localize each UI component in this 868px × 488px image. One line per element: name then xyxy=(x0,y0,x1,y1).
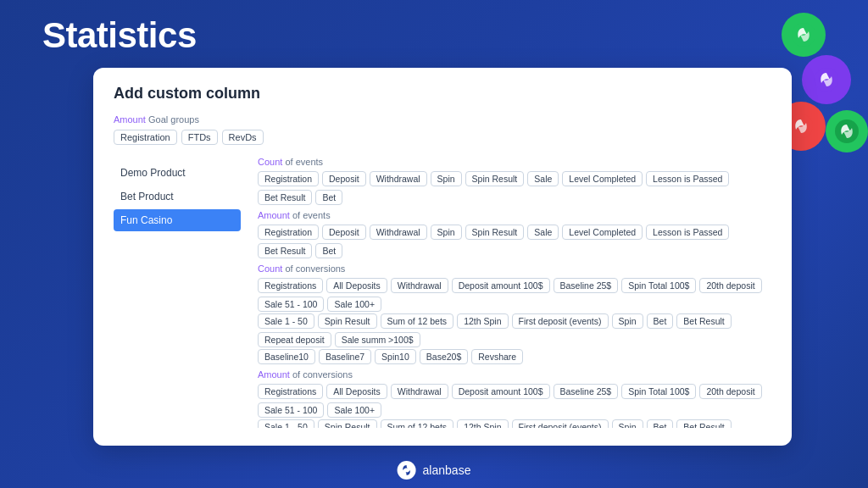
opt-sum12-4[interactable]: Sum of 12 bets xyxy=(381,419,454,428)
opt-spin-2[interactable]: Spin xyxy=(431,225,462,240)
svg-point-0 xyxy=(792,23,815,47)
amount-conversions-options-2: Sale 1 - 50 Spin Result Sum of 12 bets 1… xyxy=(258,419,771,428)
section-label-amount-events: Amount of events xyxy=(258,210,771,220)
opt-spin-4[interactable]: Spin xyxy=(612,419,643,428)
opt-bet-4[interactable]: Bet xyxy=(647,419,674,428)
section-label-amount-conversions: Amount of conversions xyxy=(258,369,771,380)
opt-sale100-4[interactable]: Sale 100+ xyxy=(327,402,381,418)
goal-tag-ftds[interactable]: FTDs xyxy=(181,130,218,145)
opt-withdrawal-3[interactable]: Withdrawal xyxy=(391,278,448,293)
opt-sale100-3[interactable]: Sale 100+ xyxy=(327,297,381,312)
deco-circle-1 xyxy=(782,13,826,57)
opt-bet-2[interactable]: Bet xyxy=(315,243,342,258)
opt-bet-result-2[interactable]: Bet Result xyxy=(258,243,312,258)
opt-12th-spin-3[interactable]: 12th Spin xyxy=(457,313,508,329)
product-item-demo[interactable]: Demo Product xyxy=(114,162,241,184)
opt-deposit-2[interactable]: Deposit xyxy=(322,225,366,240)
left-panel: Demo Product Bet Product Fun Casino xyxy=(114,157,241,428)
opt-sale51-4[interactable]: Sale 51 - 100 xyxy=(258,402,324,418)
count-conversions-options-2: Sale 1 - 50 Spin Result Sum of 12 bets 1… xyxy=(258,313,771,347)
leaf-icon-3 xyxy=(789,114,813,138)
section-label-count-events: Count of events xyxy=(258,157,771,167)
opt-baseline7-3[interactable]: Baseline7 xyxy=(319,349,371,364)
alanbase-logo xyxy=(398,461,416,480)
amount-events-options: Registration Deposit Withdrawal Spin Spi… xyxy=(258,225,771,258)
opt-first-deposit-4[interactable]: First deposit (events) xyxy=(512,419,609,428)
opt-withdrawal-1[interactable]: Withdrawal xyxy=(370,171,427,186)
opt-spin-result-3[interactable]: Spin Result xyxy=(318,313,377,329)
deco-circle-2 xyxy=(802,55,851,104)
opt-spin10-3[interactable]: Spin10 xyxy=(375,349,416,364)
count-conversions-options-3: Baseline10 Baseline7 Spin10 Base20$ Revs… xyxy=(258,349,771,364)
goal-tag-revds[interactable]: RevDs xyxy=(222,130,264,145)
opt-spin-result-4[interactable]: Spin Result xyxy=(318,419,377,428)
opt-spin-1[interactable]: Spin xyxy=(431,171,462,186)
opt-registration-1[interactable]: Registration xyxy=(258,171,319,186)
alanbase-logo-icon xyxy=(400,463,414,477)
goal-label: Amount Goal groups xyxy=(114,114,771,125)
opt-first-deposit-3[interactable]: First deposit (events) xyxy=(512,313,609,329)
opt-withdrawal-2[interactable]: Withdrawal xyxy=(370,225,427,240)
right-panel: Count of events Registration Deposit Wit… xyxy=(258,157,771,428)
opt-sum12-3[interactable]: Sum of 12 bets xyxy=(381,313,454,329)
opt-registrations-4[interactable]: Registrations xyxy=(258,384,323,399)
svg-point-3 xyxy=(835,119,859,143)
opt-bet-result-4[interactable]: Bet Result xyxy=(676,419,731,428)
opt-base20-3[interactable]: Base20$ xyxy=(420,349,468,364)
leaf-icon-4 xyxy=(835,119,859,143)
opt-spin-result-1[interactable]: Spin Result xyxy=(465,171,525,186)
leaf-icon-1 xyxy=(792,23,815,47)
opt-deposit-amount-4[interactable]: Deposit amount 100$ xyxy=(452,384,550,399)
amount-conversions-options: Registrations All Deposits Withdrawal De… xyxy=(258,384,771,418)
opt-20th-deposit-4[interactable]: 20th deposit xyxy=(699,384,761,399)
opt-sale-1[interactable]: Sale xyxy=(527,171,559,186)
leaf-icon-2 xyxy=(815,68,838,92)
opt-baseline10-3[interactable]: Baseline10 xyxy=(258,349,315,364)
opt-level-completed-1[interactable]: Level Completed xyxy=(562,171,643,186)
opt-spin-total-4[interactable]: Spin Total 100$ xyxy=(621,384,696,399)
opt-20th-deposit-3[interactable]: 20th deposit xyxy=(699,278,761,293)
card-title: Add custom column xyxy=(114,85,771,103)
opt-spin-3[interactable]: Spin xyxy=(612,313,643,329)
main-card: Add custom column Amount Goal groups Reg… xyxy=(93,68,792,446)
goal-tag-registration[interactable]: Registration xyxy=(114,130,177,145)
opt-deposit-1[interactable]: Deposit xyxy=(322,171,366,186)
opt-12th-spin-4[interactable]: 12th Spin xyxy=(457,419,508,428)
svg-point-1 xyxy=(815,68,838,92)
footer: alanbase xyxy=(398,461,471,480)
opt-lesson-passed-2[interactable]: Lesson is Passed xyxy=(646,225,729,240)
count-conversions-options: Registrations All Deposits Withdrawal De… xyxy=(258,278,771,312)
product-item-casino[interactable]: Fun Casino xyxy=(114,209,241,231)
opt-deposit-amount-3[interactable]: Deposit amount 100$ xyxy=(452,278,550,293)
opt-all-deposits-3[interactable]: All Deposits xyxy=(326,278,387,293)
product-item-bet[interactable]: Bet Product xyxy=(114,186,241,208)
opt-spin-result-2[interactable]: Spin Result xyxy=(465,225,525,240)
opt-bet-3[interactable]: Bet xyxy=(647,313,674,329)
opt-spin-total-3[interactable]: Spin Total 100$ xyxy=(621,278,696,293)
opt-revshare-3[interactable]: Revshare xyxy=(471,349,523,364)
opt-bet-result-3[interactable]: Bet Result xyxy=(676,313,731,329)
opt-baseline25-3[interactable]: Baseline 25$ xyxy=(554,278,619,293)
page-title: Statistics xyxy=(42,15,197,56)
opt-lesson-passed-1[interactable]: Lesson is Passed xyxy=(646,171,729,186)
opt-registrations-3[interactable]: Registrations xyxy=(258,278,323,293)
opt-baseline25-4[interactable]: Baseline 25$ xyxy=(554,384,619,399)
opt-bet-1[interactable]: Bet xyxy=(315,190,342,205)
deco-circle-4 xyxy=(826,110,868,152)
product-list: Demo Product Bet Product Fun Casino xyxy=(114,162,241,231)
section-label-count-conversions: Count of conversions xyxy=(258,263,771,274)
opt-all-deposits-4[interactable]: All Deposits xyxy=(326,384,387,399)
opt-bet-result-1[interactable]: Bet Result xyxy=(258,190,312,205)
opt-withdrawal-4[interactable]: Withdrawal xyxy=(391,384,448,399)
opt-sale1-4[interactable]: Sale 1 - 50 xyxy=(258,419,314,428)
opt-repeat-deposit-3[interactable]: Repeat deposit xyxy=(258,332,331,347)
opt-level-completed-2[interactable]: Level Completed xyxy=(562,225,643,240)
opt-sale-summ-3[interactable]: Sale summ >100$ xyxy=(335,332,420,347)
opt-sale1-3[interactable]: Sale 1 - 50 xyxy=(258,313,314,329)
svg-point-2 xyxy=(789,114,813,138)
opt-registration-2[interactable]: Registration xyxy=(258,225,319,240)
opt-sale51-3[interactable]: Sale 51 - 100 xyxy=(258,297,324,312)
goal-tags-row: Registration FTDs RevDs xyxy=(114,130,771,145)
card-body: Demo Product Bet Product Fun Casino Coun… xyxy=(114,157,771,428)
opt-sale-2[interactable]: Sale xyxy=(527,225,559,240)
